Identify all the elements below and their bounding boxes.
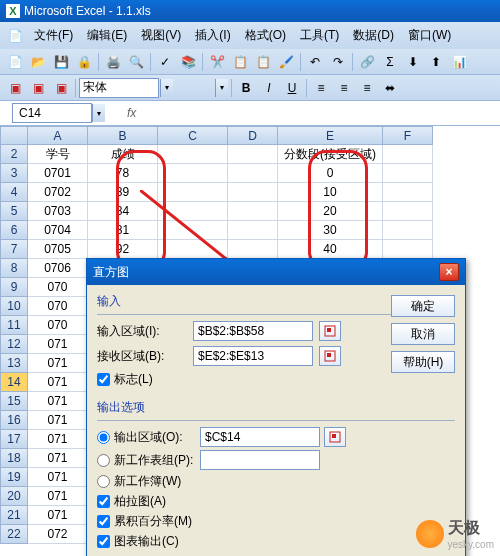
paste-icon[interactable]: 📋 <box>252 51 274 72</box>
name-box[interactable]: C14 <box>12 103 92 123</box>
help-button[interactable]: 帮助(H) <box>391 351 455 373</box>
cell[interactable]: 071 <box>28 411 88 430</box>
spelling-icon[interactable]: ✓ <box>154 51 176 72</box>
formula-input[interactable] <box>140 104 498 122</box>
row-header[interactable]: 16 <box>0 411 28 430</box>
cell[interactable]: 071 <box>28 392 88 411</box>
cell[interactable]: 学号 <box>28 145 88 164</box>
cell[interactable] <box>383 202 433 221</box>
cell[interactable]: 071 <box>28 449 88 468</box>
cut-icon[interactable]: ✂️ <box>206 51 228 72</box>
cell[interactable] <box>158 164 228 183</box>
row-header[interactable]: 8 <box>0 259 28 278</box>
permission-icon[interactable]: 🔒 <box>73 51 95 72</box>
menu-file[interactable]: 文件(F) <box>28 25 79 46</box>
cell[interactable] <box>158 145 228 164</box>
cell[interactable]: 0704 <box>28 221 88 240</box>
cell[interactable]: 070 <box>28 316 88 335</box>
cell[interactable] <box>228 240 278 259</box>
cell[interactable]: 0705 <box>28 240 88 259</box>
row-header[interactable]: 19 <box>0 468 28 487</box>
cell[interactable]: 071 <box>28 506 88 525</box>
sort-asc-icon[interactable]: ⬇ <box>402 51 424 72</box>
cell[interactable] <box>383 164 433 183</box>
menu-format[interactable]: 格式(O) <box>239 25 292 46</box>
cell[interactable]: 0706 <box>28 259 88 278</box>
cell[interactable]: 0701 <box>28 164 88 183</box>
col-header[interactable]: D <box>228 126 278 145</box>
chart-icon[interactable]: 📊 <box>448 51 470 72</box>
open-icon[interactable]: 📂 <box>27 51 49 72</box>
menu-tools[interactable]: 工具(T) <box>294 25 345 46</box>
pareto-checkbox[interactable] <box>97 495 110 508</box>
cell[interactable]: 78 <box>88 164 158 183</box>
row-header[interactable]: 5 <box>0 202 28 221</box>
cell[interactable]: 070 <box>28 278 88 297</box>
chevron-down-icon[interactable]: ▾ <box>160 79 173 97</box>
new-sheet-radio[interactable] <box>97 454 110 467</box>
cell[interactable] <box>158 183 228 202</box>
chevron-down-icon[interactable]: ▾ <box>92 104 105 122</box>
col-header[interactable]: B <box>88 126 158 145</box>
chevron-down-icon[interactable]: ▾ <box>215 79 228 97</box>
row-header[interactable]: 21 <box>0 506 28 525</box>
menu-view[interactable]: 视图(V) <box>135 25 187 46</box>
output-range-field[interactable] <box>200 427 320 447</box>
row-header[interactable]: 15 <box>0 392 28 411</box>
select-all-corner[interactable] <box>0 126 28 145</box>
close-icon[interactable]: × <box>439 263 459 281</box>
row-header[interactable]: 6 <box>0 221 28 240</box>
cumulative-checkbox[interactable] <box>97 515 110 528</box>
cell[interactable]: 0 <box>278 164 383 183</box>
bold-icon[interactable]: B <box>235 77 257 98</box>
col-header[interactable]: A <box>28 126 88 145</box>
cell[interactable] <box>158 221 228 240</box>
row-header[interactable]: 4 <box>0 183 28 202</box>
align-right-icon[interactable]: ≡ <box>356 77 378 98</box>
row-header[interactable]: 7 <box>0 240 28 259</box>
menu-insert[interactable]: 插入(I) <box>189 25 236 46</box>
autosum-icon[interactable]: Σ <box>379 51 401 72</box>
cell[interactable] <box>383 221 433 240</box>
row-header[interactable]: 17 <box>0 430 28 449</box>
labels-checkbox[interactable] <box>97 373 110 386</box>
ok-button[interactable]: 确定 <box>391 295 455 317</box>
cell[interactable]: 070 <box>28 297 88 316</box>
menu-data[interactable]: 数据(D) <box>347 25 400 46</box>
row-header[interactable]: 13 <box>0 354 28 373</box>
range-picker-icon[interactable] <box>319 321 341 341</box>
undo-icon[interactable]: ↶ <box>304 51 326 72</box>
underline-icon[interactable]: U <box>281 77 303 98</box>
row-header[interactable]: 18 <box>0 449 28 468</box>
output-range-radio[interactable] <box>97 431 110 444</box>
cell[interactable] <box>383 240 433 259</box>
cell[interactable]: 0703 <box>28 202 88 221</box>
range-picker-icon[interactable] <box>324 427 346 447</box>
cell[interactable]: 40 <box>278 240 383 259</box>
format-painter-icon[interactable]: 🖌️ <box>275 51 297 72</box>
cell[interactable]: 071 <box>28 373 88 392</box>
cell[interactable]: 10 <box>278 183 383 202</box>
bin-range-field[interactable] <box>193 346 313 366</box>
row-header[interactable]: 12 <box>0 335 28 354</box>
new-book-radio[interactable] <box>97 475 110 488</box>
cell[interactable] <box>228 202 278 221</box>
print-icon[interactable]: 🖨️ <box>102 51 124 72</box>
cell[interactable]: 81 <box>88 221 158 240</box>
cell[interactable] <box>383 183 433 202</box>
row-header[interactable]: 2 <box>0 145 28 164</box>
dialog-titlebar[interactable]: 直方图 × <box>87 259 465 285</box>
row-header[interactable]: 14 <box>0 373 28 392</box>
preview-icon[interactable]: 🔍 <box>125 51 147 72</box>
font-name-box[interactable]: 宋体 <box>79 78 159 98</box>
chart-output-checkbox[interactable] <box>97 535 110 548</box>
new-sheet-field[interactable] <box>200 450 320 470</box>
row-header[interactable]: 20 <box>0 487 28 506</box>
align-left-icon[interactable]: ≡ <box>310 77 332 98</box>
cell[interactable]: 071 <box>28 468 88 487</box>
redo-icon[interactable]: ↷ <box>327 51 349 72</box>
menu-edit[interactable]: 编辑(E) <box>81 25 133 46</box>
cell[interactable] <box>228 183 278 202</box>
fx-label[interactable]: fx <box>127 106 136 120</box>
col-header[interactable]: F <box>383 126 433 145</box>
